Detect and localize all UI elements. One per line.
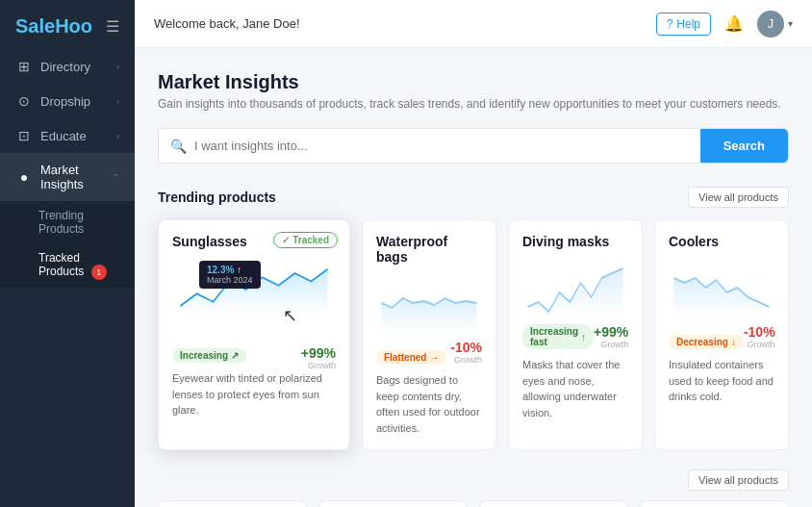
top-header: Welcome back, Jane Doe! ? Help 🔔 J ▾	[135, 0, 812, 48]
product-card-tea-makers: Tea Makers	[479, 500, 628, 507]
sidebar-submenu: Trending Products Tracked Products 1	[0, 201, 135, 288]
view-all-second-button[interactable]: View all products	[688, 469, 789, 491]
avatar: J	[757, 11, 784, 38]
growth-label-waterproof: Growth	[450, 355, 482, 365]
chevron-up-icon: ⌃	[112, 172, 119, 183]
sidebar-item-directory[interactable]: ⊞ Directory ›	[0, 49, 135, 84]
product-card-diving-masks: Diving masks	[508, 219, 643, 450]
diving-masks-title: Diving masks	[522, 234, 628, 249]
waterproof-bags-footer: Flattened → -10% Growth	[376, 340, 482, 365]
sidebar-logo-area: SaleHoo ☰	[0, 0, 135, 49]
product-card-sunglasses: Sunglasses ✓ Tracked 12.3% ↑ March 2024	[158, 219, 350, 450]
avatar-button[interactable]: J ▾	[757, 11, 793, 38]
trending-section-header: Trending products View all products	[158, 187, 789, 208]
chart-tooltip: 12.3% ↑ March 2024	[199, 261, 261, 289]
trend-badge-diving: Increasing fast ↑	[522, 324, 594, 349]
page-subtitle: Gain insights into thousands of products…	[158, 97, 789, 111]
directory-icon: ⊞	[15, 59, 33, 74]
help-circle-icon: ?	[667, 17, 673, 31]
second-products-row: Baby Clothes Gazebos Tea Makers Coffee C…	[158, 500, 789, 507]
tracked-badge: 1	[91, 265, 107, 280]
svg-marker-3	[674, 278, 770, 317]
sidebar-item-market-insights[interactable]: ● Market Insights ⌃	[0, 153, 135, 201]
sidebar: SaleHoo ☰ ⊞ Directory › ⊙ Dropship › ⊡ E…	[0, 0, 135, 507]
sidebar-item-trending-products[interactable]: Trending Products	[0, 201, 135, 243]
product-card-gazebos: Gazebos	[318, 500, 468, 507]
growth-value-diving: +99%	[594, 324, 628, 340]
tracked-products-label: Tracked Products	[38, 251, 84, 278]
help-button[interactable]: ? Help	[656, 13, 711, 36]
search-input[interactable]	[194, 139, 689, 153]
sidebar-item-dropship[interactable]: ⊙ Dropship ›	[0, 84, 135, 118]
hamburger-icon[interactable]: ☰	[106, 17, 119, 36]
sidebar-label-dropship: Dropship	[40, 94, 109, 109]
chevron-down-icon: ›	[116, 131, 119, 141]
cursor-icon: ↖	[283, 305, 297, 326]
sidebar-label-market-insights: Market Insights	[40, 163, 104, 191]
waterproof-bags-chart	[376, 274, 482, 332]
sidebar-label-educate: Educate	[40, 129, 109, 143]
market-insights-icon: ●	[15, 169, 33, 185]
help-label: Help	[676, 17, 700, 31]
waterproof-bags-desc: Bags designed to keep contents dry, ofte…	[376, 372, 482, 436]
view-all-trending-button[interactable]: View all products	[688, 187, 789, 208]
chevron-down-icon: ›	[116, 62, 119, 72]
header-actions: ? Help 🔔 J ▾	[656, 11, 793, 38]
sunglasses-title: Sunglasses	[172, 234, 247, 249]
diving-masks-desc: Masks that cover the eyes and nose, allo…	[522, 357, 628, 420]
product-card-baby-clothes: Baby Clothes	[158, 500, 307, 507]
growth-label-diving: Growth	[594, 340, 628, 349]
trend-label: Increasing fast	[530, 326, 578, 347]
trend-badge-waterproof: Flattened →	[376, 350, 446, 365]
welcome-message: Welcome back, Jane Doe!	[154, 16, 300, 31]
notification-icon[interactable]: 🔔	[724, 14, 744, 33]
sidebar-item-tracked-products[interactable]: Tracked Products 1	[0, 243, 135, 288]
growth-label-sunglasses: Growth	[301, 361, 336, 370]
page-content: Market Insights Gain insights into thous…	[135, 48, 812, 507]
dropship-icon: ⊙	[15, 93, 33, 109]
product-card-coolers: Coolers Decr	[654, 219, 789, 450]
coolers-desc: Insulated containers used to keep food a…	[669, 357, 774, 405]
coolers-footer: Decreasing ↓ -10% Growth	[669, 324, 774, 349]
main-content: Welcome back, Jane Doe! ? Help 🔔 J ▾ Mar…	[135, 0, 812, 507]
tooltip-arrow: ↑	[237, 265, 241, 275]
trend-arrow: ↓	[731, 337, 736, 347]
trend-arrow: ↗	[231, 350, 239, 361]
trend-badge-sunglasses: Increasing ↗	[172, 348, 246, 363]
trend-label: Increasing	[180, 350, 228, 361]
waterproof-bags-title: Waterproof bags	[376, 234, 482, 265]
checkmark-icon: ✓	[282, 235, 290, 245]
avatar-chevron-icon: ▾	[788, 18, 793, 29]
search-bar: 🔍 Search	[158, 128, 789, 164]
growth-value-waterproof: -10%	[450, 340, 482, 355]
product-card-coffee-cup-warmers: Coffee Cup Warmers	[640, 500, 789, 507]
trend-arrow: ↑	[581, 332, 586, 342]
sidebar-label-directory: Directory	[40, 60, 109, 74]
product-card-waterproof-bags: Waterproof bags	[362, 219, 496, 450]
trend-arrow: →	[429, 352, 439, 363]
coolers-title: Coolers	[669, 234, 774, 249]
trend-label: Decreasing	[676, 337, 728, 347]
tracked-badge[interactable]: ✓ Tracked	[273, 232, 338, 248]
trending-title: Trending products	[158, 190, 276, 205]
sunglasses-desc: Eyewear with tinted or polarized lenses …	[172, 370, 336, 418]
tooltip-date: March 2024	[207, 275, 253, 285]
coolers-chart	[669, 259, 774, 317]
trend-label: Flattened	[384, 352, 426, 363]
diving-masks-footer: Increasing fast ↑ +99% Growth	[522, 324, 628, 349]
tooltip-percent: 12.3%	[207, 265, 234, 275]
trending-products-row: Sunglasses ✓ Tracked 12.3% ↑ March 2024	[158, 219, 789, 450]
diving-masks-chart	[522, 259, 628, 317]
search-button[interactable]: Search	[700, 129, 788, 163]
growth-label-coolers: Growth	[744, 340, 775, 349]
sidebar-item-educate[interactable]: ⊡ Educate ›	[0, 118, 135, 153]
search-icon: 🔍	[170, 139, 187, 154]
chevron-down-icon: ›	[116, 96, 119, 107]
growth-value-coolers: -10%	[744, 324, 775, 340]
educate-icon: ⊡	[15, 128, 33, 143]
search-input-wrap: 🔍	[159, 129, 700, 163]
sidebar-navigation: ⊞ Directory › ⊙ Dropship › ⊡ Educate › ●…	[0, 49, 135, 507]
trend-badge-coolers: Decreasing ↓	[669, 335, 744, 349]
tracked-label: Tracked	[292, 235, 329, 245]
growth-value-sunglasses: +99%	[301, 345, 336, 361]
